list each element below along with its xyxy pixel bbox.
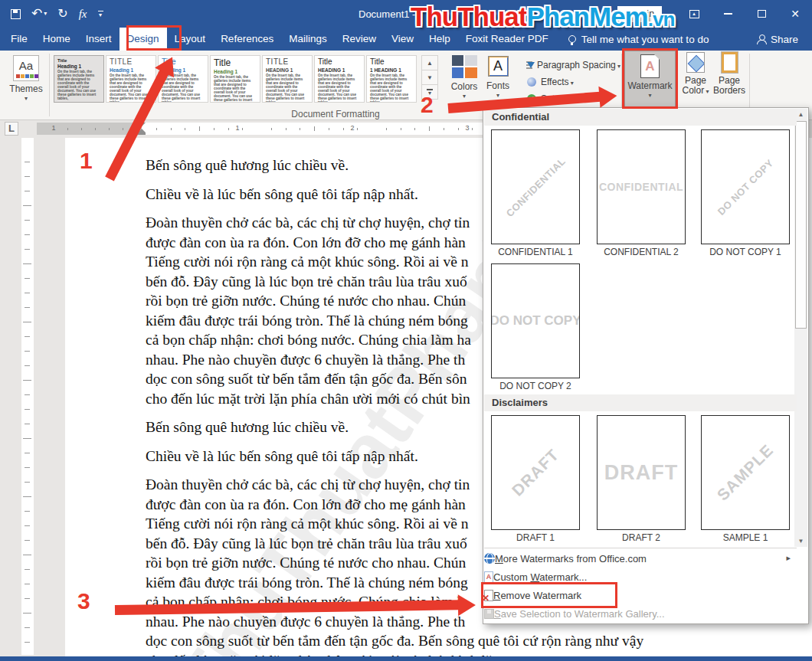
watermark-option-label: DRAFT 2 <box>589 532 693 543</box>
page-color-button[interactable]: Page Color <box>679 52 712 97</box>
ruler-tick <box>343 128 344 130</box>
tab-mailings[interactable]: Mailings <box>281 28 335 51</box>
watermark-option-sample-1[interactable]: SAMPLE <box>701 415 790 530</box>
watermark-option-confidential-2[interactable]: CONFIDENTIAL <box>597 129 686 244</box>
paragraph-spacing-button[interactable]: Paragraph Spacing <box>527 57 620 74</box>
style-card-body: On the Insert tab, the galleries include… <box>110 74 152 103</box>
ruler-tick <box>185 128 185 130</box>
themes-button[interactable]: Aa Themes <box>6 54 46 115</box>
customize-qat-icon[interactable] <box>98 11 103 18</box>
themes-label: Themes <box>6 83 46 102</box>
redo-icon[interactable] <box>57 6 67 21</box>
function-icon[interactable]: fx <box>79 6 87 21</box>
tab-references[interactable]: References <box>213 28 281 51</box>
fonts-icon: A <box>488 56 509 77</box>
style-card-body: On the Insert tab, the galleries include… <box>214 75 257 103</box>
ruler-tick <box>23 496 31 497</box>
ruler-tick <box>156 128 157 130</box>
style-card-title: Title <box>318 58 361 67</box>
menu-item-remove-watermark[interactable]: Remove Watermark <box>484 586 809 604</box>
effects-icon <box>527 77 536 87</box>
ruler-tick <box>25 307 30 308</box>
ruler-tick <box>472 128 473 130</box>
watermark-option-label: DRAFT 1 <box>483 532 588 543</box>
style-card[interactable]: Title1 HEADING 1On the Insert tab, the g… <box>366 55 417 103</box>
tab-view[interactable]: View <box>384 28 421 51</box>
ruler-tick <box>25 540 30 541</box>
colors-label: Colors <box>447 81 481 100</box>
menu-item-more-watermarks-from-office-com[interactable]: More Watermarks from Office.com <box>484 549 809 568</box>
tab-home[interactable]: Home <box>35 28 78 51</box>
minimize-icon[interactable] <box>711 0 745 28</box>
style-card[interactable]: TitleHeading 1On the Insert tab, the gal… <box>158 55 208 103</box>
tab-file[interactable]: File <box>3 28 35 51</box>
watermark-option-do-not-copy-1[interactable]: DO NOT COPY <box>701 129 790 244</box>
ruler-tick <box>25 191 30 191</box>
checkmark-icon <box>527 94 536 103</box>
save-icon[interactable] <box>11 9 21 19</box>
ribbon-display-options-icon[interactable] <box>677 0 711 28</box>
ruler-tick <box>67 128 68 130</box>
tab-review[interactable]: Review <box>335 28 384 51</box>
tab-foxit-reader-pdf[interactable]: Foxit Reader PDF <box>458 28 556 51</box>
paragraph-spacing-icon <box>527 61 532 70</box>
menu-item-custom-watermark[interactable]: Custom Watermark... <box>484 568 809 586</box>
undo-icon[interactable] <box>31 6 47 21</box>
sign-in-button[interactable]: Sign in <box>617 6 662 22</box>
formatting-mini-buttons: Paragraph Spacing Effects Set as Default <box>527 57 620 107</box>
watermark-option-draft-1[interactable]: DRAFT <box>491 415 580 530</box>
set-as-default-button[interactable]: Set as Default <box>527 90 620 107</box>
style-card[interactable]: TITLEHeading 1On the Insert tab, the gal… <box>106 55 156 103</box>
watermark-option-confidential-1[interactable]: CONFIDENTIAL <box>491 129 580 244</box>
tab-selector[interactable]: L <box>5 122 18 136</box>
tab-help[interactable]: Help <box>421 28 458 51</box>
watermark-option-label: CONFIDENTIAL 2 <box>589 247 693 257</box>
fonts-button[interactable]: A Fonts <box>483 55 513 99</box>
style-card-body: On the Insert tab, the galleries include… <box>57 70 100 100</box>
watermark-preview-text: DRAFT <box>604 461 678 485</box>
first-line-indent-marker[interactable] <box>138 123 146 126</box>
style-card[interactable]: TitleHEADING 1On the Insert tab, the gal… <box>314 55 365 103</box>
page-color-label: Page Color <box>679 76 712 97</box>
watermark-option-do-not-copy-2[interactable]: DO NOT COPY <box>491 263 580 378</box>
ruler-tick <box>25 278 30 279</box>
ruler-tick <box>314 126 315 131</box>
watermark-preview-text: CONFIDENTIAL <box>599 181 683 193</box>
gallery-down-icon[interactable]: ▼ <box>421 70 438 85</box>
page-borders-button[interactable]: Page Borders <box>712 52 746 96</box>
page-color-icon <box>686 52 705 73</box>
watermark-option-label: DO NOT COPY 1 <box>693 247 797 257</box>
gallery-more-icon[interactable] <box>421 84 438 100</box>
style-card[interactable]: TitleHeading 1On the Insert tab, the gal… <box>54 55 104 103</box>
tell-me-box[interactable]: Tell me what you want to do <box>568 28 709 51</box>
style-card-title: TITLE <box>110 58 152 67</box>
tab-design[interactable]: Design <box>120 28 167 51</box>
gallery-up-icon[interactable]: ▲ <box>421 55 438 70</box>
ruler-tick <box>386 128 387 130</box>
style-card[interactable]: TITLEHEADING 1On the Insert tab, the gal… <box>262 55 313 103</box>
share-label: Share <box>771 34 798 45</box>
maximize-icon[interactable] <box>745 0 778 28</box>
menu-item-save-selection-to-watermark-gallery: Save Selection to Watermark Gallery... <box>484 604 809 623</box>
style-card-body: On the Insert tab, the galleries include… <box>266 74 309 103</box>
ruler-number: 3 <box>465 124 469 132</box>
style-card-body: On the Insert tab, the galleries include… <box>162 74 205 103</box>
watermark-preview-text: SAMPLE <box>713 440 777 504</box>
style-card-title: Title <box>370 58 413 67</box>
ruler-tick <box>414 128 415 130</box>
close-icon[interactable] <box>778 0 812 28</box>
remove-watermark-icon <box>484 590 493 601</box>
watermark-option-draft-2[interactable]: DRAFT <box>597 415 686 530</box>
colors-button[interactable]: Colors <box>447 55 481 100</box>
scrollbar-thumb[interactable] <box>795 121 807 329</box>
effects-button[interactable]: Effects <box>527 74 620 90</box>
left-indent-marker[interactable] <box>138 133 146 135</box>
tab-insert[interactable]: Insert <box>78 28 120 51</box>
style-card-heading: Heading 1 <box>110 67 152 73</box>
watermark-preview-text: DO NOT COPY <box>715 157 776 218</box>
tab-layout[interactable]: Layout <box>167 28 214 51</box>
watermark-button[interactable]: A Watermark <box>624 51 676 107</box>
share-button[interactable]: Share <box>757 28 798 51</box>
style-card[interactable]: TitleHeading 1On the Insert tab, the gal… <box>210 55 260 103</box>
ruler-tick <box>171 128 172 130</box>
